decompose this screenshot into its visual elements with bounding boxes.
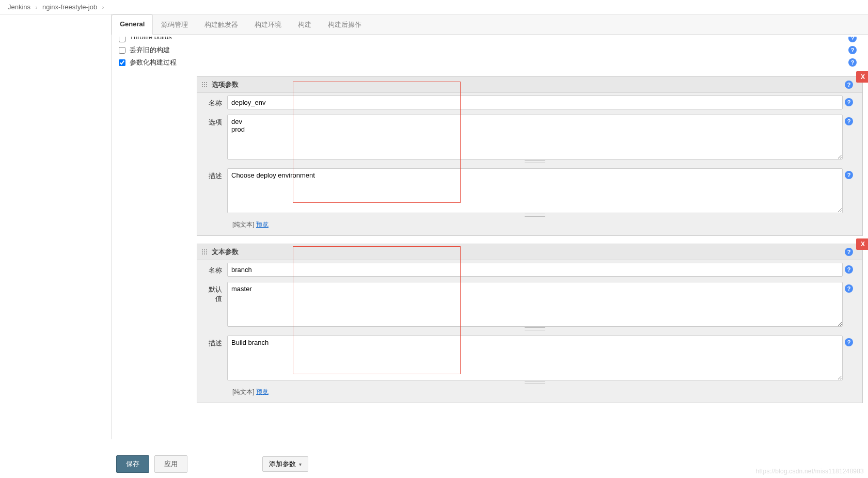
parametrize-label: 参数化构建过程 [130, 58, 177, 67]
param-default-textarea[interactable] [227, 282, 843, 327]
tab-build[interactable]: 构建 [290, 14, 320, 35]
breadcrumb-job[interactable]: nginx-freestyle-job [42, 3, 97, 11]
help-icon[interactable]: ? [845, 338, 853, 346]
help-icon[interactable]: ? [845, 265, 853, 274]
help-icon[interactable]: ? [845, 98, 853, 106]
preview-link[interactable]: 预览 [256, 388, 269, 395]
throttle-checkbox[interactable] [119, 37, 125, 42]
breadcrumb-root[interactable]: Jenkins [8, 3, 30, 11]
help-icon[interactable]: ? [845, 81, 853, 89]
preview-link[interactable]: 预览 [256, 221, 269, 228]
description-label: 描述 [202, 168, 227, 217]
chevron-right-icon: › [36, 4, 38, 10]
choice-parameter-block: X 选项参数 ? 名称 ? 选项 ? [197, 76, 863, 236]
param-type-title: 选项参数 [212, 80, 239, 89]
config-tabs: General 源码管理 构建触发器 构建环境 构建 构建后操作 [112, 14, 868, 35]
resize-grip[interactable] [525, 160, 545, 163]
param-choices-textarea[interactable] [227, 115, 843, 160]
tab-general[interactable]: General [112, 14, 153, 35]
breadcrumb: Jenkins › nginx-freestyle-job › [0, 0, 868, 14]
name-label: 名称 [202, 263, 227, 277]
help-icon[interactable]: ? [845, 171, 853, 179]
param-name-input[interactable] [227, 263, 843, 277]
discard-checkbox[interactable] [119, 47, 125, 54]
choices-label: 选项 [202, 115, 227, 163]
description-format-row: [纯文本] 预览 [227, 219, 862, 232]
tab-env[interactable]: 构建环境 [246, 14, 290, 35]
delete-param-button[interactable]: X [856, 71, 868, 83]
resize-grip[interactable] [525, 381, 545, 384]
tab-triggers[interactable]: 构建触发器 [196, 14, 246, 35]
param-name-input[interactable] [227, 95, 843, 109]
param-description-textarea[interactable] [227, 168, 843, 213]
description-label: 描述 [202, 336, 227, 384]
tab-scm[interactable]: 源码管理 [153, 14, 196, 35]
plaintext-label: [纯文本] [232, 388, 255, 395]
help-icon[interactable]: ? [845, 284, 853, 293]
name-label: 名称 [202, 95, 227, 109]
discard-label: 丢弃旧的构建 [130, 45, 170, 55]
help-icon[interactable]: ? [845, 248, 853, 256]
drag-handle-icon[interactable] [201, 249, 208, 255]
default-label: 默认值 [202, 282, 227, 330]
left-sidebar [0, 14, 111, 439]
drag-handle-icon[interactable] [201, 82, 208, 88]
param-description-textarea[interactable] [227, 336, 843, 380]
option-parametrize-row: 参数化构建过程 ? [117, 56, 863, 69]
help-icon[interactable]: ? [848, 58, 857, 67]
delete-param-button[interactable]: X [856, 238, 868, 250]
description-format-row: [纯文本] 预览 [227, 387, 862, 400]
option-throttle-row: Throttle builds ? [117, 37, 863, 44]
resize-grip[interactable] [525, 327, 545, 330]
throttle-label: Throttle builds [130, 37, 172, 41]
help-icon[interactable]: ? [848, 37, 857, 42]
help-icon[interactable]: ? [845, 117, 853, 125]
plaintext-label: [纯文本] [232, 221, 255, 228]
option-discard-row: 丢弃旧的构建 ? [117, 44, 863, 56]
tab-postbuild[interactable]: 构建后操作 [320, 14, 370, 35]
resize-grip[interactable] [525, 214, 545, 217]
chevron-right-icon: › [102, 4, 104, 10]
param-type-title: 文本参数 [212, 247, 239, 257]
help-icon[interactable]: ? [848, 46, 857, 54]
text-parameter-block: X 文本参数 ? 名称 ? 默认值 ? [197, 244, 863, 403]
parametrize-checkbox[interactable] [119, 59, 125, 66]
